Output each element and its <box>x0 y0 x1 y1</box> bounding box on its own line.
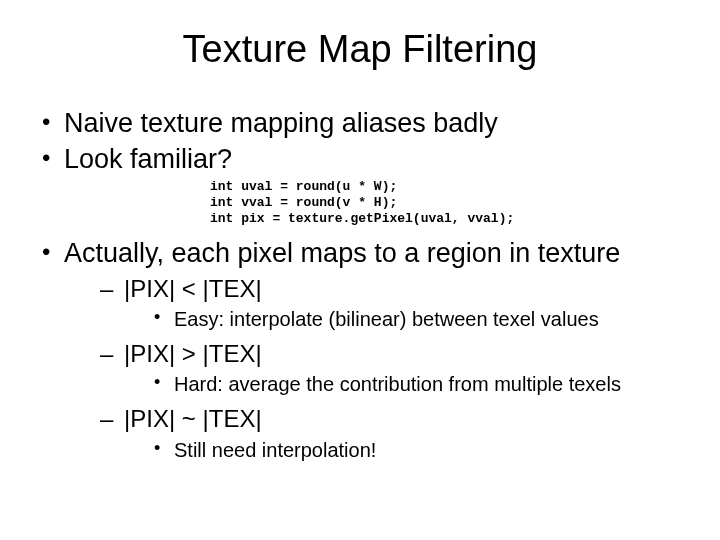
sub-sub-item: Still need interpolation! <box>154 437 690 463</box>
sub-sub-item: Easy: interpolate (bilinear) between tex… <box>154 306 690 332</box>
bullet-list: Actually, each pixel maps to a region in… <box>30 237 690 462</box>
sub-list: |PIX| < |TEX| Easy: interpolate (bilinea… <box>64 273 690 463</box>
sub-text: |PIX| < |TEX| <box>124 275 262 302</box>
bullet-list: Naive texture mapping aliases badly Look… <box>30 107 690 177</box>
bullet-text: Actually, each pixel maps to a region in… <box>64 238 620 268</box>
slide: Texture Map Filtering Naive texture mapp… <box>0 0 720 540</box>
bullet-item: Look familiar? <box>38 143 690 177</box>
code-block: int uval = round(u * W); int vval = roun… <box>210 179 690 228</box>
sub-sub-list: Easy: interpolate (bilinear) between tex… <box>124 306 690 332</box>
sub-text: |PIX| ~ |TEX| <box>124 405 262 432</box>
slide-title: Texture Map Filtering <box>30 28 690 71</box>
bullet-item: Naive texture mapping aliases badly <box>38 107 690 141</box>
sub-sub-item: Hard: average the contribution from mult… <box>154 371 690 397</box>
sub-sub-list: Hard: average the contribution from mult… <box>124 371 690 397</box>
sub-item: |PIX| > |TEX| Hard: average the contribu… <box>100 338 690 397</box>
sub-item: |PIX| ~ |TEX| Still need interpolation! <box>100 403 690 462</box>
bullet-item: Actually, each pixel maps to a region in… <box>38 237 690 462</box>
sub-text: |PIX| > |TEX| <box>124 340 262 367</box>
sub-sub-list: Still need interpolation! <box>124 437 690 463</box>
sub-item: |PIX| < |TEX| Easy: interpolate (bilinea… <box>100 273 690 332</box>
